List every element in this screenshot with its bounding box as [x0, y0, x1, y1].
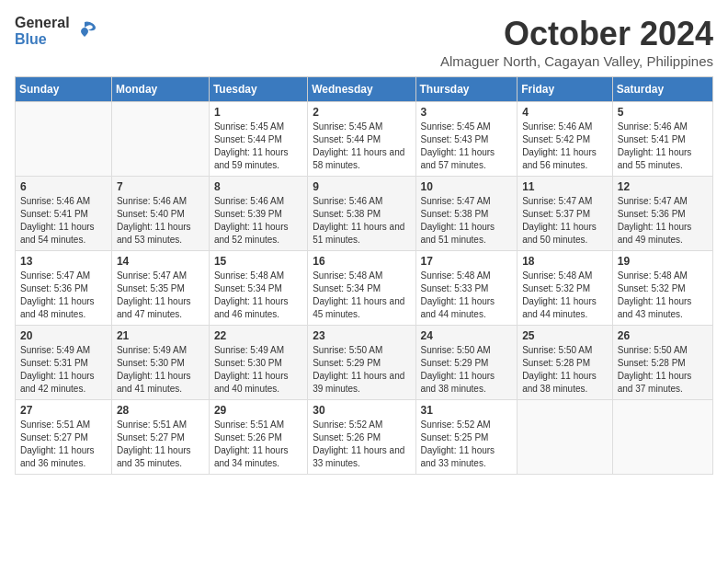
calendar-cell: 3 Sunrise: 5:45 AM Sunset: 5:43 PM Dayli…: [415, 102, 518, 177]
cell-info: Sunrise: 5:51 AM Sunset: 5:26 PM Dayligh…: [214, 419, 302, 470]
day-number: 15: [214, 255, 302, 268]
day-number: 4: [522, 106, 608, 119]
cell-info: Sunrise: 5:45 AM Sunset: 5:43 PM Dayligh…: [421, 121, 513, 172]
day-number: 13: [20, 255, 107, 268]
cell-info: Sunrise: 5:52 AM Sunset: 5:25 PM Dayligh…: [421, 419, 513, 470]
calendar-cell: 25 Sunrise: 5:50 AM Sunset: 5:28 PM Dayl…: [518, 326, 613, 400]
calendar-cell: 15 Sunrise: 5:48 AM Sunset: 5:34 PM Dayl…: [209, 251, 307, 326]
calendar-cell: 13 Sunrise: 5:47 AM Sunset: 5:36 PM Dayl…: [16, 251, 112, 326]
cell-info: Sunrise: 5:48 AM Sunset: 5:32 PM Dayligh…: [522, 270, 608, 321]
day-number: 24: [421, 329, 513, 342]
cell-info: Sunrise: 5:46 AM Sunset: 5:39 PM Dayligh…: [214, 195, 302, 247]
cell-info: Sunrise: 5:51 AM Sunset: 5:27 PM Dayligh…: [20, 419, 107, 470]
day-number: 29: [214, 404, 302, 417]
logo: General Blue: [15, 15, 97, 48]
day-number: 2: [313, 106, 410, 119]
day-number: 11: [522, 180, 608, 193]
cell-info: Sunrise: 5:46 AM Sunset: 5:40 PM Dayligh…: [117, 195, 204, 247]
cell-info: Sunrise: 5:47 AM Sunset: 5:36 PM Dayligh…: [618, 195, 708, 247]
day-number: 30: [313, 404, 410, 417]
calendar-cell: 20 Sunrise: 5:49 AM Sunset: 5:31 PM Dayl…: [16, 326, 112, 400]
calendar-cell: 1 Sunrise: 5:45 AM Sunset: 5:44 PM Dayli…: [209, 102, 307, 177]
cell-info: Sunrise: 5:45 AM Sunset: 5:44 PM Dayligh…: [313, 121, 410, 172]
cell-info: Sunrise: 5:47 AM Sunset: 5:36 PM Dayligh…: [20, 270, 107, 321]
cell-info: Sunrise: 5:47 AM Sunset: 5:37 PM Dayligh…: [522, 195, 608, 247]
day-number: 25: [522, 329, 608, 342]
calendar-cell: 18 Sunrise: 5:48 AM Sunset: 5:32 PM Dayl…: [518, 251, 613, 326]
cell-info: Sunrise: 5:49 AM Sunset: 5:30 PM Dayligh…: [214, 344, 302, 396]
week-row-4: 20 Sunrise: 5:49 AM Sunset: 5:31 PM Dayl…: [16, 326, 713, 400]
cell-info: Sunrise: 5:48 AM Sunset: 5:34 PM Dayligh…: [214, 270, 302, 321]
day-number: 20: [20, 329, 107, 342]
calendar-cell: [518, 400, 613, 475]
calendar-cell: 2 Sunrise: 5:45 AM Sunset: 5:44 PM Dayli…: [308, 102, 415, 177]
calendar-cell: 9 Sunrise: 5:46 AM Sunset: 5:38 PM Dayli…: [308, 177, 415, 251]
calendar-cell: 26 Sunrise: 5:50 AM Sunset: 5:28 PM Dayl…: [612, 326, 712, 400]
day-number: 31: [421, 404, 513, 417]
day-number: 1: [214, 106, 302, 119]
calendar-cell: 23 Sunrise: 5:50 AM Sunset: 5:29 PM Dayl…: [308, 326, 415, 400]
month-title: October 2024: [440, 15, 713, 53]
calendar-cell: 27 Sunrise: 5:51 AM Sunset: 5:27 PM Dayl…: [16, 400, 112, 475]
header-row: SundayMondayTuesdayWednesdayThursdayFrid…: [16, 77, 713, 102]
day-header-thursday: Thursday: [415, 77, 518, 102]
day-header-saturday: Saturday: [612, 77, 712, 102]
calendar-cell: 8 Sunrise: 5:46 AM Sunset: 5:39 PM Dayli…: [209, 177, 307, 251]
day-number: 22: [214, 329, 302, 342]
day-number: 19: [618, 255, 708, 268]
logo-bird-icon: [72, 18, 97, 44]
day-number: 9: [313, 180, 410, 193]
day-number: 3: [421, 106, 513, 119]
day-number: 16: [313, 255, 410, 268]
subtitle: Almaguer North, Cagayan Valley, Philippi…: [440, 53, 713, 69]
calendar-cell: 14 Sunrise: 5:47 AM Sunset: 5:35 PM Dayl…: [111, 251, 209, 326]
day-header-wednesday: Wednesday: [308, 77, 415, 102]
day-number: 28: [117, 404, 204, 417]
calendar-cell: 24 Sunrise: 5:50 AM Sunset: 5:29 PM Dayl…: [415, 326, 518, 400]
cell-info: Sunrise: 5:50 AM Sunset: 5:29 PM Dayligh…: [313, 344, 410, 396]
calendar-cell: 5 Sunrise: 5:46 AM Sunset: 5:41 PM Dayli…: [612, 102, 712, 177]
calendar-cell: 7 Sunrise: 5:46 AM Sunset: 5:40 PM Dayli…: [111, 177, 209, 251]
cell-info: Sunrise: 5:47 AM Sunset: 5:38 PM Dayligh…: [421, 195, 513, 247]
day-number: 14: [117, 255, 204, 268]
calendar-cell: 4 Sunrise: 5:46 AM Sunset: 5:42 PM Dayli…: [518, 102, 613, 177]
calendar-cell: 16 Sunrise: 5:48 AM Sunset: 5:34 PM Dayl…: [308, 251, 415, 326]
week-row-2: 6 Sunrise: 5:46 AM Sunset: 5:41 PM Dayli…: [16, 177, 713, 251]
calendar-cell: 6 Sunrise: 5:46 AM Sunset: 5:41 PM Dayli…: [16, 177, 112, 251]
header: General Blue October 2024 Almaguer North…: [15, 15, 713, 69]
day-number: 7: [117, 180, 204, 193]
calendar-cell: 22 Sunrise: 5:49 AM Sunset: 5:30 PM Dayl…: [209, 326, 307, 400]
week-row-1: 1 Sunrise: 5:45 AM Sunset: 5:44 PM Dayli…: [16, 102, 713, 177]
cell-info: Sunrise: 5:52 AM Sunset: 5:26 PM Dayligh…: [313, 419, 410, 470]
day-header-friday: Friday: [518, 77, 613, 102]
day-number: 23: [313, 329, 410, 342]
cell-info: Sunrise: 5:50 AM Sunset: 5:29 PM Dayligh…: [421, 344, 513, 396]
calendar-cell: 31 Sunrise: 5:52 AM Sunset: 5:25 PM Dayl…: [415, 400, 518, 475]
calendar-cell: 29 Sunrise: 5:51 AM Sunset: 5:26 PM Dayl…: [209, 400, 307, 475]
calendar-cell: 10 Sunrise: 5:47 AM Sunset: 5:38 PM Dayl…: [415, 177, 518, 251]
day-number: 18: [522, 255, 608, 268]
calendar-cell: 12 Sunrise: 5:47 AM Sunset: 5:36 PM Dayl…: [612, 177, 712, 251]
week-row-5: 27 Sunrise: 5:51 AM Sunset: 5:27 PM Dayl…: [16, 400, 713, 475]
calendar-cell: [612, 400, 712, 475]
cell-info: Sunrise: 5:46 AM Sunset: 5:41 PM Dayligh…: [618, 121, 708, 172]
day-number: 10: [421, 180, 513, 193]
cell-info: Sunrise: 5:49 AM Sunset: 5:31 PM Dayligh…: [20, 344, 107, 396]
day-number: 5: [618, 106, 708, 119]
cell-info: Sunrise: 5:46 AM Sunset: 5:38 PM Dayligh…: [313, 195, 410, 247]
calendar-cell: 11 Sunrise: 5:47 AM Sunset: 5:37 PM Dayl…: [518, 177, 613, 251]
day-number: 8: [214, 180, 302, 193]
day-number: 26: [618, 329, 708, 342]
day-header-tuesday: Tuesday: [209, 77, 307, 102]
day-number: 27: [20, 404, 107, 417]
calendar-cell: [16, 102, 112, 177]
calendar-cell: 17 Sunrise: 5:48 AM Sunset: 5:33 PM Dayl…: [415, 251, 518, 326]
calendar-cell: 19 Sunrise: 5:48 AM Sunset: 5:32 PM Dayl…: [612, 251, 712, 326]
cell-info: Sunrise: 5:48 AM Sunset: 5:32 PM Dayligh…: [618, 270, 708, 321]
calendar-table: SundayMondayTuesdayWednesdayThursdayFrid…: [15, 76, 713, 475]
cell-info: Sunrise: 5:48 AM Sunset: 5:34 PM Dayligh…: [313, 270, 410, 321]
cell-info: Sunrise: 5:48 AM Sunset: 5:33 PM Dayligh…: [421, 270, 513, 321]
calendar-cell: 30 Sunrise: 5:52 AM Sunset: 5:26 PM Dayl…: [308, 400, 415, 475]
day-number: 12: [618, 180, 708, 193]
day-number: 21: [117, 329, 204, 342]
